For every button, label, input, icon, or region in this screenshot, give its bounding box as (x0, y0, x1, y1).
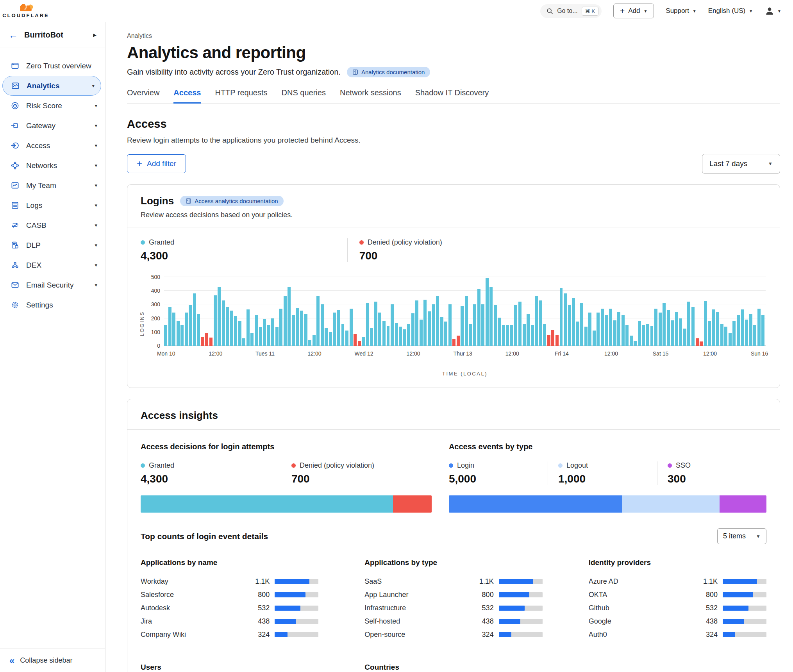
bar (189, 305, 192, 346)
bar (518, 302, 522, 346)
global-search[interactable]: Go to... ⌘ K (540, 4, 602, 18)
stat-granted: Granted4,300 (141, 461, 281, 485)
tab-dns-queries[interactable]: DNS queries (282, 88, 326, 103)
date-range-select[interactable]: Last 7 days ▼ (702, 154, 780, 173)
bar (407, 324, 410, 346)
bar (313, 335, 316, 346)
bar-segment-granted (141, 495, 393, 513)
bar (761, 315, 764, 346)
bar (749, 314, 752, 346)
support-menu[interactable]: Support ▼ (666, 7, 696, 15)
items-count-select[interactable]: 5 items ▼ (717, 528, 766, 544)
collapse-sidebar-button[interactable]: « Collapse sidebar (0, 649, 105, 672)
bar (486, 278, 489, 346)
bar (593, 331, 596, 346)
top-counts-lists: Applications by nameWorkday1.1KSalesforc… (141, 558, 766, 672)
list-item-label: Open-source (364, 631, 466, 639)
bar (333, 313, 336, 346)
x-axis-tick: 12:00 (604, 350, 618, 357)
bar (642, 325, 645, 346)
logins-plot-area: 0100200300400500 (164, 271, 766, 346)
bar (535, 296, 538, 346)
tab-overview[interactable]: Overview (127, 88, 159, 103)
progress-fill (499, 579, 533, 584)
sidebar-item-risk-score[interactable]: Risk Score▾ (0, 96, 105, 116)
legend-label: Login (457, 461, 474, 470)
tab-access[interactable]: Access (173, 88, 201, 104)
bar (214, 295, 217, 346)
list-item: Azure AD1.1K (589, 575, 766, 588)
access-events-title: Access events by type (449, 442, 766, 451)
progress-fill (275, 619, 296, 624)
bar (712, 309, 715, 346)
progress-track (499, 632, 543, 637)
progress-fill (499, 619, 520, 624)
sidebar-item-gateway[interactable]: Gateway▾ (0, 116, 105, 136)
bar (275, 327, 279, 346)
sidebar-item-zero-trust-overview[interactable]: Zero Trust overview (0, 56, 105, 76)
cloudflare-logo[interactable]: CLOUDFLARE (7, 4, 45, 18)
language-menu[interactable]: English (US) ▼ (708, 7, 753, 15)
add-filter-button[interactable]: + Add filter (127, 154, 186, 173)
chevron-down-icon: ▾ (95, 282, 97, 288)
bar (465, 296, 468, 346)
tab-http-requests[interactable]: HTTP requests (215, 88, 267, 103)
chevron-down-icon: ▾ (95, 202, 97, 208)
breadcrumb: Analytics (127, 32, 780, 39)
top-list-applications-by-type: Applications by typeSaaS1.1KApp Launcher… (364, 558, 542, 641)
user-avatar-icon (764, 6, 775, 16)
sidebar-item-networks[interactable]: Networks▾ (0, 155, 105, 175)
legend-label: SSO (676, 461, 691, 470)
sidebar-item-analytics[interactable]: Analytics▾ (2, 76, 101, 96)
sidebar-item-my-team[interactable]: My Team▾ (0, 175, 105, 195)
bar (164, 325, 167, 346)
bar (724, 327, 727, 346)
bar (568, 305, 571, 346)
bar (588, 313, 591, 346)
cloudflare-cloud-icon (16, 4, 36, 12)
list-item: OKTA800 (589, 588, 766, 601)
bar (700, 341, 703, 346)
brand-text: CLOUDFLARE (2, 13, 49, 18)
expand-account-icon[interactable]: ▸ (93, 31, 96, 39)
sidebar-item-logs[interactable]: Logs▾ (0, 195, 105, 215)
sidebar: ← BurritoBot ▸ Zero Trust overviewAnalyt… (0, 22, 105, 672)
x-axis-tick: Wed 12 (355, 350, 373, 357)
sidebar-item-label: Email Security (26, 281, 88, 290)
sidebar-item-dex[interactable]: DEX▾ (0, 255, 105, 275)
logins-card-description: Review access decisions based on your po… (141, 211, 766, 219)
list-item: Jira438 (141, 615, 318, 628)
tab-network-sessions[interactable]: Network sessions (340, 88, 401, 103)
legend-dot (449, 463, 453, 468)
back-arrow-icon[interactable]: ← (9, 30, 18, 41)
sidebar-item-label: DLP (26, 241, 88, 250)
bar (469, 324, 472, 346)
casb-icon (11, 221, 20, 230)
add-button[interactable]: + Add ▼ (613, 4, 654, 18)
logins-stats: Granted4,300Denied (policy violation)700 (127, 227, 780, 265)
sidebar-item-email-security[interactable]: Email Security▾ (0, 275, 105, 295)
list-item-value: 324 (472, 631, 494, 639)
bar (242, 338, 245, 346)
progress-track (499, 619, 543, 624)
sidebar-item-access[interactable]: Access▾ (0, 136, 105, 155)
sidebar-item-settings[interactable]: Settings (0, 295, 105, 315)
access-analytics-documentation-link[interactable]: Access analytics documentation (180, 196, 283, 206)
x-axis-tick: Thur 13 (454, 350, 472, 357)
bar (218, 287, 221, 346)
top-counts-title: Top counts of login event details (141, 532, 268, 541)
chevron-down-icon: ▾ (95, 163, 97, 168)
page-title: Analytics and reporting (127, 43, 780, 62)
user-menu[interactable]: ▼ (764, 6, 781, 16)
tab-shadow-it-discovery[interactable]: Shadow IT Discovery (415, 88, 489, 103)
sidebar-item-dlp[interactable]: DLP▾ (0, 235, 105, 255)
analytics-documentation-link[interactable]: Analytics documentation (347, 67, 430, 77)
progress-track (723, 579, 766, 584)
access-events-group: Access events by type Login5,000Logout1,… (449, 442, 766, 513)
bar (473, 304, 476, 346)
progress-track (275, 619, 318, 624)
bar (238, 321, 241, 346)
sidebar-item-casb[interactable]: CASB▾ (0, 215, 105, 235)
bar (263, 319, 266, 346)
access-description: Review login attempts to the application… (127, 136, 780, 145)
